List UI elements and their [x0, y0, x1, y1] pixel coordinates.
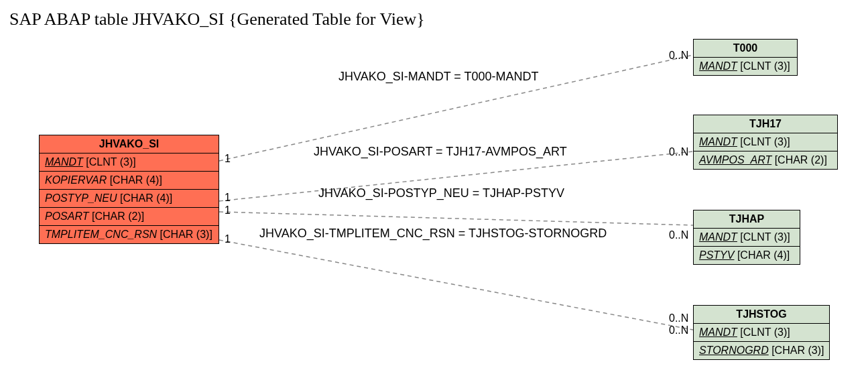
cardinality-right-tjhap: 0..N: [669, 229, 688, 241]
entity-main-row-3: POSART [CHAR (2)]: [40, 208, 219, 226]
entity-main-row-0: MANDT [CLNT (3)]: [40, 154, 219, 172]
cardinality-right-1: 0..N: [669, 146, 688, 158]
field-type: [CHAR (4)]: [120, 192, 172, 204]
cardinality-right-0: 0..N: [669, 50, 688, 62]
field-type: [CLNT (3)]: [740, 326, 790, 338]
field-name: MANDT: [699, 136, 737, 147]
entity-tjhap-header: TJHAP: [694, 210, 800, 229]
entity-main: JHVAKO_SI MANDT [CLNT (3)] KOPIERVAR [CH…: [39, 135, 219, 244]
relation-label-1: JHVAKO_SI-POSART = TJH17-AVMPOS_ART: [314, 145, 567, 159]
field-name: STORNOGRD: [699, 345, 769, 356]
entity-tjhstog: TJHSTOG MANDT [CLNT (3)] STORNOGRD [CHAR…: [693, 305, 830, 360]
field-name: KOPIERVAR: [45, 174, 107, 186]
field-type: [CHAR (3)]: [771, 345, 824, 356]
field-type: [CLNT (3)]: [740, 231, 790, 243]
entity-main-row-2: POSTYP_NEU [CHAR (4)]: [40, 190, 219, 208]
entity-main-row-1: KOPIERVAR [CHAR (4)]: [40, 172, 219, 190]
entity-tjh17-row-1: AVMPOS_ART [CHAR (2)]: [694, 151, 837, 169]
entity-tjh17: TJH17 MANDT [CLNT (3)] AVMPOS_ART [CHAR …: [693, 115, 838, 170]
entity-tjh17-row-0: MANDT [CLNT (3)]: [694, 133, 837, 151]
entity-tjhap: TJHAP MANDT [CLNT (3)] PSTYV [CHAR (4)]: [693, 210, 800, 265]
entity-main-row-4: TMPLITEM_CNC_RSN [CHAR (3)]: [40, 226, 219, 243]
field-type: [CHAR (4)]: [737, 249, 790, 261]
relation-label-2: JHVAKO_SI-POSTYP_NEU = TJHAP-PSTYV: [318, 186, 564, 200]
entity-tjhstog-header: TJHSTOG: [694, 306, 829, 324]
field-type: [CLNT (3)]: [740, 60, 790, 72]
entity-tjh17-header: TJH17: [694, 115, 837, 133]
entity-tjhstog-row-0: MANDT [CLNT (3)]: [694, 324, 829, 342]
field-name: MANDT: [699, 326, 737, 338]
cardinality-right-3: 0..N: [669, 324, 688, 336]
relation-label-3: JHVAKO_SI-TMPLITEM_CNC_RSN = TJHSTOG-STO…: [259, 227, 607, 241]
field-type: [CHAR (3)]: [160, 229, 212, 240]
entity-tjhap-row-1: PSTYV [CHAR (4)]: [694, 247, 800, 264]
page-title: SAP ABAP table JHVAKO_SI {Generated Tabl…: [9, 9, 425, 29]
field-name: MANDT: [699, 60, 737, 72]
entity-t000-header: T000: [694, 40, 797, 58]
cardinality-left-2: 1: [225, 204, 231, 217]
field-type: [CHAR (2)]: [92, 210, 144, 222]
field-type: [CHAR (4)]: [110, 174, 162, 186]
cardinality-right-tjhstog: 0..N: [669, 312, 688, 324]
field-name: TMPLITEM_CNC_RSN: [45, 229, 157, 240]
cardinality-left-3: 1: [225, 233, 231, 245]
entity-tjhap-row-0: MANDT [CLNT (3)]: [694, 229, 800, 247]
cardinality-left-1: 1: [225, 192, 231, 204]
cardinality-left-0: 1: [225, 153, 231, 165]
field-name: AVMPOS_ART: [699, 154, 771, 166]
relation-label-0: JHVAKO_SI-MANDT = T000-MANDT: [338, 70, 539, 84]
entity-t000: T000 MANDT [CLNT (3)]: [693, 39, 798, 76]
field-name: MANDT: [45, 156, 83, 168]
svg-line-2: [219, 212, 693, 225]
field-name: MANDT: [699, 231, 737, 243]
entity-tjhstog-row-1: STORNOGRD [CHAR (3)]: [694, 342, 829, 359]
field-name: POSTYP_NEU: [45, 192, 117, 204]
field-type: [CLNT (3)]: [86, 156, 135, 168]
field-name: POSART: [45, 210, 89, 222]
svg-line-3: [219, 240, 693, 330]
field-name: PSTYV: [699, 249, 734, 261]
entity-main-header: JHVAKO_SI: [40, 135, 219, 154]
entity-t000-row-0: MANDT [CLNT (3)]: [694, 58, 797, 75]
field-type: [CLNT (3)]: [740, 136, 790, 147]
field-type: [CHAR (2)]: [775, 154, 827, 166]
